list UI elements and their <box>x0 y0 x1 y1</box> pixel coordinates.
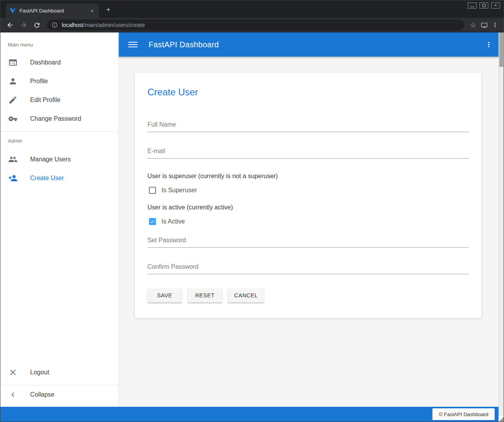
hamburger-menu-icon[interactable] <box>128 40 138 49</box>
window-controls: × <box>468 2 500 9</box>
active-checkbox-label: Is Active <box>161 218 185 225</box>
url-path: /main/admin/users/create <box>83 22 145 28</box>
address-bar[interactable]: localhost/main/admin/users/create <box>47 20 464 30</box>
app-bar: FastAPI Dashboard <box>119 32 504 57</box>
url-text: localhost/main/admin/users/create <box>62 22 145 28</box>
sidebar-item-dashboard[interactable]: Dashboard <box>0 53 118 72</box>
app-bar-menu-icon[interactable] <box>483 39 494 50</box>
email-input[interactable] <box>147 146 469 159</box>
sidebar-section-main-menu: Main menu <box>0 32 118 53</box>
forward-button[interactable] <box>18 20 29 30</box>
page-footer: © FastAPI Dashboard <box>0 407 499 422</box>
sidebar-spacer <box>0 188 118 363</box>
sidebar-item-edit-profile[interactable]: Edit Profile <box>0 91 118 109</box>
create-user-card: Create User User is superuser (currently… <box>135 73 481 318</box>
sidebar-item-collapse[interactable]: Collapse <box>0 385 118 404</box>
full-name-field-wrap <box>147 120 469 132</box>
confirm-password-input[interactable] <box>147 262 469 274</box>
sidebar-item-profile[interactable]: Profile <box>0 72 118 91</box>
reload-button[interactable] <box>31 20 42 30</box>
sidebar: Main menu Dashboard Profile Edit Profile <box>0 32 119 422</box>
cancel-button[interactable]: CANCEL <box>228 288 264 302</box>
star-glyph: ☆ <box>470 21 476 29</box>
browser-window: FastAPI Dashboard × + × localhost/main/a… <box>0 0 504 422</box>
person-icon <box>8 77 18 86</box>
superuser-hint: User is superuser (currently is not a su… <box>147 173 469 180</box>
url-host: localhost <box>62 22 83 28</box>
sidebar-item-label: Edit Profile <box>30 97 60 104</box>
bookmark-star-icon[interactable]: ☆ <box>468 20 479 30</box>
vuetify-favicon-icon <box>10 8 16 14</box>
superuser-checkbox[interactable] <box>149 187 156 194</box>
browser-toolbar: localhost/main/admin/users/create ☆ <box>0 18 504 32</box>
sidebar-item-logout[interactable]: Logout <box>0 363 118 382</box>
sidebar-item-label: Manage Users <box>30 156 71 163</box>
confirm-password-field-wrap <box>147 262 469 274</box>
tab-close-icon[interactable]: × <box>89 7 96 14</box>
browser-device-icon[interactable] <box>479 20 490 30</box>
sidebar-item-label: Profile <box>30 78 48 85</box>
scrollbar[interactable] <box>499 32 504 422</box>
active-checkbox[interactable] <box>149 218 156 225</box>
site-info-icon[interactable] <box>52 22 58 28</box>
new-tab-button[interactable]: + <box>104 5 113 14</box>
key-icon <box>8 114 18 123</box>
minimize-icon <box>470 7 474 7</box>
sidebar-item-manage-users[interactable]: Manage Users <box>0 150 118 169</box>
active-checkbox-row: Is Active <box>149 218 469 225</box>
full-name-input[interactable] <box>147 120 469 132</box>
browser-tab[interactable]: FastAPI Dashboard × <box>6 4 99 18</box>
sidebar-item-label: Collapse <box>30 391 54 398</box>
sidebar-item-label: Change Password <box>30 115 81 122</box>
close-icon <box>8 368 18 377</box>
window-resize-grip[interactable] <box>499 416 504 422</box>
set-password-field-wrap <box>147 235 469 248</box>
window-maximize-button[interactable] <box>479 2 488 9</box>
superuser-checkbox-label: Is Superuser <box>161 187 197 194</box>
window-close-button[interactable]: × <box>491 2 500 9</box>
main-area: FastAPI Dashboard Create User User is su… <box>119 32 504 422</box>
chevron-left-icon <box>8 390 18 399</box>
set-password-input[interactable] <box>147 235 469 248</box>
page: Main menu Dashboard Profile Edit Profile <box>0 32 504 422</box>
sidebar-item-create-user[interactable]: Create User <box>0 169 118 188</box>
scrollbar-thumb[interactable] <box>499 32 503 67</box>
page-title: Create User <box>147 87 469 98</box>
sidebar-item-label: Create User <box>30 175 64 182</box>
window-minimize-button[interactable] <box>468 2 477 9</box>
form-buttons: SAVE RESET CANCEL <box>147 288 469 302</box>
email-field-wrap <box>147 146 469 159</box>
tab-title: FastAPI Dashboard <box>20 8 89 14</box>
superuser-checkbox-row: Is Superuser <box>149 187 469 194</box>
dashboard-icon <box>8 58 18 67</box>
sidebar-item-label: Logout <box>30 369 49 376</box>
save-button[interactable]: SAVE <box>147 288 182 302</box>
maximize-icon <box>482 4 486 7</box>
person-add-icon <box>8 173 18 183</box>
footer-copyright: © FastAPI Dashboard <box>432 408 495 420</box>
sidebar-section-admin: Admin <box>0 132 118 150</box>
people-icon <box>8 155 18 164</box>
content-area: Create User User is superuser (currently… <box>119 57 504 422</box>
back-button[interactable] <box>5 20 16 30</box>
pencil-icon <box>8 95 18 105</box>
sidebar-item-change-password[interactable]: Change Password <box>0 109 118 128</box>
browser-tab-bar: FastAPI Dashboard × + × <box>0 0 504 18</box>
browser-menu-icon[interactable] <box>490 20 500 30</box>
reset-button[interactable]: RESET <box>188 288 222 302</box>
app-bar-title: FastAPI Dashboard <box>149 40 219 49</box>
active-hint: User is active (currently active) <box>147 204 469 211</box>
sidebar-item-label: Dashboard <box>30 59 61 66</box>
